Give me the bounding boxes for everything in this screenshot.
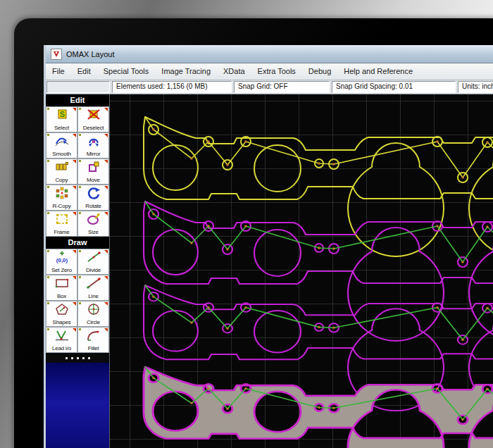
dropdown-arrow-icon (104, 276, 108, 280)
lead-io-icon (54, 329, 70, 342)
tool-button-label: Box (57, 293, 66, 299)
status-elements-used: Elements used: 1,156 (0 MB) (112, 81, 232, 93)
tool-button-label: Mirror (87, 151, 101, 157)
dropdown-arrow-icon (104, 212, 108, 216)
tool-button-size[interactable]: Size (77, 211, 109, 237)
tool-button-label: Deselect (83, 125, 104, 131)
size-icon (86, 213, 101, 225)
tool-button-mirror[interactable]: Mirror (77, 132, 109, 158)
menu-item-extra-tools[interactable]: Extra Tools (251, 63, 302, 80)
menu-item-edit[interactable]: Edit (71, 63, 97, 80)
tool-panel: Edit S Select (46, 94, 110, 448)
tool-button-label: Rotate (85, 203, 101, 209)
dropdown-arrow-icon (104, 302, 108, 306)
grip-dot (71, 357, 73, 359)
copy-icon (54, 161, 70, 173)
grip-dot (77, 357, 79, 359)
dropdown-arrow-icon (104, 186, 108, 189)
status-snap-grid: Snap Grid: OFF (234, 81, 330, 93)
smooth-icon (54, 135, 70, 147)
gasket-outline (144, 117, 493, 256)
dropdown-arrow-icon (73, 134, 76, 137)
select-icon: S (54, 108, 70, 121)
menu-item-help-and-reference[interactable]: Help and Reference (337, 63, 419, 80)
tool-button-r-copy[interactable]: R-Copy (46, 185, 77, 211)
rotate-icon (86, 187, 101, 199)
mirror-icon (86, 135, 101, 147)
tool-button-set-zero[interactable]: (0,0) Set Zero (46, 249, 77, 275)
photo-background: OMAX Layout File Edit Special Tools Imag… (0, 0, 493, 448)
svg-text:(0,0): (0,0) (56, 257, 68, 263)
radial-copy-icon (54, 187, 70, 199)
tool-button-label: Smooth (52, 151, 70, 157)
dropdown-arrow-icon (73, 276, 76, 280)
status-bar: Elements used: 1,156 (0 MB) Snap Grid: O… (46, 80, 493, 94)
tool-button-label: Copy (56, 177, 68, 183)
dropdown-arrow-icon (73, 302, 76, 306)
menu-item-special-tools[interactable]: Special Tools (97, 63, 156, 80)
tool-button-label: Select (54, 125, 69, 131)
gasket-magenta-1[interactable] (144, 201, 493, 341)
tool-button-label: Size (88, 229, 99, 235)
menu-item-file[interactable]: File (46, 63, 71, 80)
fillet-icon (86, 329, 101, 342)
tool-button-copy[interactable]: Copy (46, 158, 77, 185)
tool-button-label: Divide (86, 267, 101, 273)
menu-item-xdata[interactable]: XData (217, 63, 251, 80)
gasket-outline (144, 201, 493, 341)
grip-dot (88, 357, 90, 359)
status-spacer (46, 81, 110, 93)
menu-item-image-tracing[interactable]: Image Tracing (155, 63, 217, 80)
menu-item-debug[interactable]: Debug (302, 63, 337, 80)
edit-section-header: Edit (46, 94, 109, 106)
application-window: OMAX Layout File Edit Special Tools Imag… (44, 45, 493, 448)
dropdown-arrow-icon (73, 212, 76, 216)
shapes-icon (54, 303, 70, 316)
main-area: Edit S Select (46, 94, 493, 448)
tool-button-frame[interactable]: Frame (46, 211, 77, 237)
tool-button-circle[interactable]: Circle (77, 301, 109, 327)
tool-button-move[interactable]: Move (77, 158, 109, 185)
drawing-canvas[interactable] (110, 94, 493, 448)
tool-button-line[interactable]: Line (77, 275, 109, 301)
set-zero-icon: (0,0) (54, 251, 70, 263)
panel-grip-dots (46, 353, 109, 363)
tool-button-select[interactable]: S Select (46, 106, 77, 132)
dropdown-arrow-icon (104, 250, 108, 254)
tool-button-lead-io[interactable]: Lead i/o (46, 327, 77, 353)
grip-dot (65, 357, 68, 359)
window-title: OMAX Layout (66, 50, 114, 58)
circle-icon (86, 303, 101, 316)
monitor-bezel: OMAX Layout File Edit Special Tools Imag… (14, 18, 493, 448)
svg-text:S: S (59, 110, 64, 118)
status-snap-grid-spacing: Snap Grid Spacing: 0.01 (332, 81, 456, 93)
omax-logo-icon (51, 49, 62, 60)
move-icon (86, 161, 101, 173)
dropdown-arrow-icon (104, 134, 108, 137)
tool-button-label: Circle (87, 319, 100, 325)
tool-button-divide[interactable]: Divide (77, 249, 109, 275)
tool-button-label: Move (87, 177, 100, 183)
grip-dot (82, 357, 85, 359)
tool-button-label: Frame (54, 229, 69, 235)
draw-button-grid: (0,0) Set Zero Divi (46, 249, 109, 353)
menu-bar: File Edit Special Tools Image Tracing XD… (46, 63, 493, 80)
tool-button-label: R-Copy (53, 203, 71, 209)
tool-button-deselect[interactable]: Deselect (77, 106, 109, 132)
tool-button-rotate[interactable]: Rotate (77, 185, 109, 211)
window-titlebar[interactable]: OMAX Layout (46, 46, 493, 63)
gasket-filled[interactable] (144, 367, 493, 448)
tool-button-label: Fillet (88, 345, 99, 351)
tool-button-smooth[interactable]: Smooth (46, 132, 77, 158)
box-icon (54, 277, 70, 290)
tool-button-box[interactable]: Box (46, 275, 77, 301)
dropdown-arrow-icon (104, 328, 108, 332)
line-icon (86, 277, 101, 290)
deselect-icon (86, 108, 101, 121)
gasket-yellow[interactable] (144, 117, 493, 256)
dropdown-arrow-icon (104, 160, 108, 163)
tool-button-fillet[interactable]: Fillet (77, 327, 109, 353)
canvas-drawing (110, 94, 493, 448)
dropdown-arrow-icon (104, 108, 108, 111)
tool-button-shapes[interactable]: Shapes (46, 301, 77, 327)
